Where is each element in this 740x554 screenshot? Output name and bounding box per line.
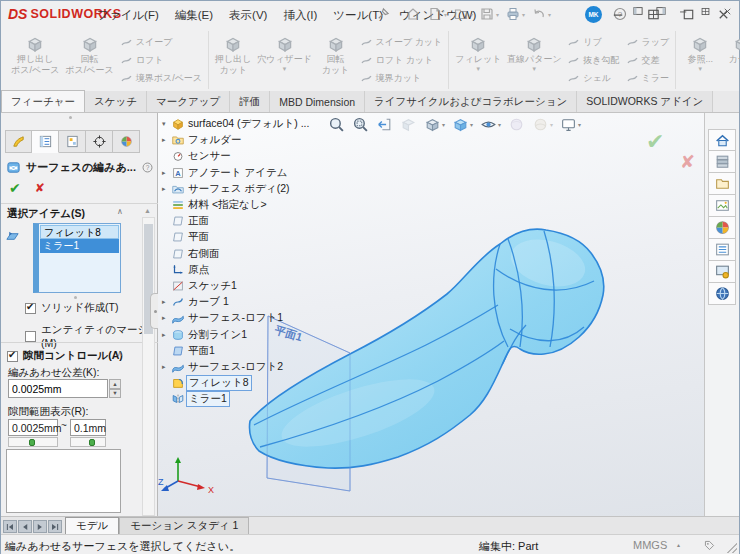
selection-listbox[interactable]: フィレット8ミラー1 — [33, 223, 121, 293]
expander-icon[interactable]: ▸ — [162, 331, 171, 339]
command-tab-5[interactable]: ライフサイクルおよびコラボレーション — [365, 91, 577, 112]
command-tab-6[interactable]: SOLIDWORKS アドイン — [577, 91, 713, 112]
menu-2[interactable]: 表示(V) — [229, 8, 267, 23]
dropdown-caret-icon[interactable]: ▾ — [522, 11, 525, 18]
taskpane-custom-properties-button[interactable] — [708, 239, 736, 261]
zoom-area-button[interactable] — [352, 116, 369, 133]
ribbon-small-button[interactable]: リブ — [567, 34, 619, 51]
listbox-resize-grip[interactable] — [74, 296, 77, 299]
tree-item-7[interactable]: 右側面 — [162, 246, 311, 262]
tree-item-3[interactable]: ▸サーフェス ボディ(2) — [162, 181, 311, 197]
pin-menu-icon[interactable] — [375, 7, 390, 22]
dropdown-caret-icon[interactable]: ▾ — [470, 11, 473, 18]
previous-view-button[interactable] — [376, 116, 393, 133]
tree-item-1[interactable]: センサー — [162, 148, 311, 164]
tag-icon[interactable] — [703, 539, 716, 552]
dropdown-caret-icon[interactable]: ▾ — [496, 11, 499, 18]
expander-icon[interactable]: ▸ — [162, 298, 171, 306]
ribbon-button[interactable]: フィレット▼ — [453, 31, 503, 89]
graphics-viewport[interactable]: 平面1 — [158, 113, 704, 516]
print-button[interactable]: ▾ — [505, 6, 525, 22]
command-tab-2[interactable]: マークアップ — [147, 91, 230, 112]
pm-cancel-button[interactable]: ✘ — [35, 182, 45, 194]
dropdown-caret-icon[interactable]: ▾ — [550, 121, 553, 128]
undo-button[interactable]: ▾ — [531, 6, 551, 22]
zoom-fit-button[interactable] — [328, 116, 345, 133]
gap-result-listbox[interactable] — [6, 449, 121, 513]
spinner-down-icon[interactable]: ▼ — [109, 389, 121, 399]
dropdown-caret-icon[interactable]: ▾ — [498, 121, 501, 128]
doc-close-button[interactable] — [722, 6, 733, 17]
doc-restore-button[interactable] — [700, 6, 711, 17]
tree-item-10[interactable]: ▸カーブ 1 — [162, 294, 311, 310]
tree-item-4[interactable]: 材料 <指定なし> — [162, 197, 311, 213]
dropdown-caret-icon[interactable]: ▾ — [548, 11, 551, 18]
menu-3[interactable]: 挿入(I) — [283, 8, 317, 23]
gap-range-min-slider[interactable] — [8, 437, 58, 447]
hide-show-button[interactable]: ▾ — [480, 116, 501, 133]
new-doc-button[interactable]: ▾ — [427, 6, 447, 22]
ribbon-button[interactable]: 参照...▼ — [680, 31, 720, 89]
manager-tab-property[interactable] — [32, 130, 59, 153]
selection-item-0[interactable]: フィレット8 — [40, 225, 119, 239]
tree-item-9[interactable]: スケッチ1 — [162, 278, 311, 294]
spinner-up-icon[interactable]: ▲ — [109, 379, 121, 389]
pane-right-icon[interactable] — [655, 5, 667, 17]
expander-icon[interactable]: ▸ — [162, 185, 171, 193]
manager-tab-config[interactable] — [59, 130, 86, 153]
ribbon-button[interactable]: 押し出しカット — [213, 31, 253, 89]
slider-handle[interactable] — [29, 439, 35, 446]
selection-item-1[interactable]: ミラー1 — [40, 239, 119, 253]
taskpane-add-ins-button[interactable] — [708, 261, 736, 283]
dropdown-caret-icon[interactable]: ▾ — [444, 11, 447, 18]
taskpane-appearances-button[interactable] — [708, 217, 736, 239]
expander-icon[interactable]: ▸ — [162, 363, 171, 371]
command-tab-0[interactable]: フィーチャー — [1, 90, 85, 112]
ribbon-small-button[interactable]: シェル — [567, 70, 619, 87]
manager-tab-dimxpert[interactable] — [86, 130, 113, 153]
tree-item-12[interactable]: ▸分割ライン1 — [162, 326, 311, 342]
ribbon-button[interactable]: 回転カット — [316, 31, 356, 89]
apply-scene-button[interactable]: ▾ — [532, 116, 553, 133]
nav-last-button[interactable] — [48, 520, 62, 533]
ribbon-button[interactable]: カーブ▼ — [722, 31, 740, 89]
ribbon-small-button[interactable]: 抜き勾配 — [567, 52, 619, 69]
taskpane-tp-home-button[interactable] — [708, 129, 736, 151]
knit-tolerance-input[interactable] — [9, 383, 89, 395]
dropdown-caret-icon[interactable]: ▾ — [470, 121, 473, 128]
tree-item-0[interactable]: ▸フォルダー — [162, 132, 311, 148]
slider-handle[interactable] — [89, 439, 95, 446]
panel-splitter[interactable] — [1, 113, 157, 120]
doc-minimize-button[interactable] — [678, 6, 689, 17]
taskpane-forum-button[interactable] — [708, 283, 736, 305]
pm-ok-button[interactable]: ✔ — [9, 181, 21, 195]
dropdown-caret-icon[interactable]: ▼ — [697, 66, 703, 72]
home-button[interactable] — [405, 6, 421, 22]
command-tab-3[interactable]: 評価 — [230, 91, 270, 112]
ribbon-small-button[interactable]: ラップ — [626, 34, 670, 51]
tree-item-5[interactable]: 正面 — [162, 213, 311, 229]
tree-root[interactable]: ▾surface04 (デフォルト) ... — [162, 116, 311, 132]
nav-prev-button[interactable] — [18, 520, 32, 533]
tree-item-11[interactable]: ▸サーフェス-ロフト1 — [162, 310, 311, 326]
tree-item-8[interactable]: 原点 — [162, 262, 311, 278]
confirm-cancel-icon[interactable]: ✘ — [680, 151, 695, 173]
gap-control-checkbox[interactable] — [7, 351, 18, 362]
nav-first-button[interactable] — [3, 520, 17, 533]
expander-icon[interactable]: ▸ — [162, 136, 171, 144]
expander-icon[interactable]: ▾ — [162, 120, 171, 128]
ribbon-button[interactable]: 回転ボス/ベース — [63, 31, 115, 89]
dropdown-caret-icon[interactable]: ▼ — [475, 66, 481, 72]
menu-1[interactable]: 編集(E) — [175, 8, 213, 23]
units-selector[interactable]: MMGS — [633, 539, 667, 551]
nav-next-button[interactable] — [33, 520, 47, 533]
merge-entities-checkbox[interactable] — [25, 331, 36, 342]
tree-item-6[interactable]: 平面 — [162, 229, 311, 245]
view-orientation-button[interactable]: ▾ — [424, 116, 445, 133]
menu-0[interactable]: ファイル(F) — [97, 8, 159, 23]
resize-grip[interactable] — [727, 543, 737, 553]
expander-icon[interactable]: ▸ — [162, 314, 171, 322]
taskpane-file-explorer-button[interactable] — [708, 173, 736, 195]
expander-icon[interactable]: ▸ — [162, 169, 171, 177]
ribbon-small-button[interactable]: スイープ カット — [360, 34, 443, 51]
